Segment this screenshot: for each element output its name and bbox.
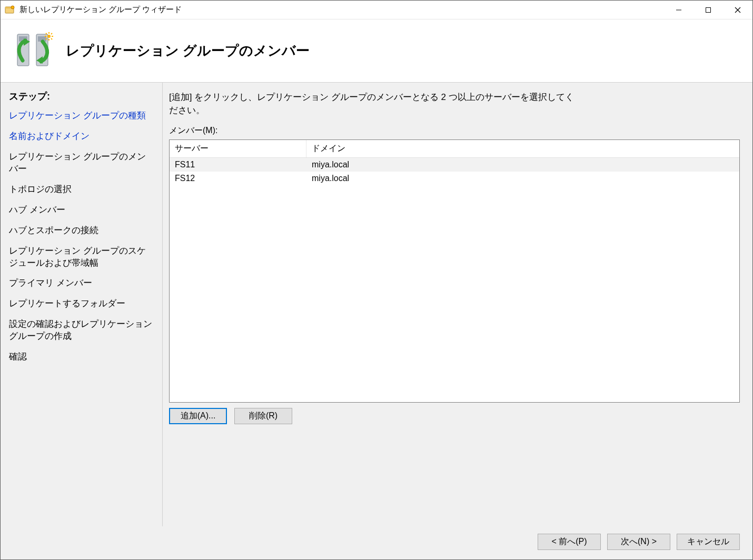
column-server[interactable]: サーバー [170, 140, 306, 157]
remove-button[interactable]: 削除(R) [234, 408, 292, 424]
titlebar: 新しいレプリケーション グループ ウィザード [1, 1, 752, 19]
wizard-window: 新しいレプリケーション グループ ウィザード [0, 0, 753, 560]
step-item: 確認 [9, 351, 154, 363]
step-item: プライマリ メンバー [9, 277, 154, 289]
maximize-button[interactable] [693, 1, 723, 19]
instruction-text: [追加] をクリックし、レプリケーション グループのメンバーとなる 2 つ以上の… [169, 91, 580, 117]
window-controls [664, 1, 752, 19]
next-button[interactable]: 次へ(N) > [607, 534, 670, 550]
step-item: ハブとスポークの接続 [9, 225, 154, 237]
members-listview[interactable]: サーバー ドメイン FS11miya.localFS12miya.local [169, 139, 740, 403]
list-buttons: 追加(A)... 削除(R) [169, 408, 740, 424]
svg-line-21 [46, 38, 47, 39]
wizard-banner: レプリケーション グループのメンバー [1, 19, 752, 83]
main-panel: [追加] をクリックし、レプリケーション グループのメンバーとなる 2 つ以上の… [163, 83, 752, 526]
steps-heading: ステップ: [9, 90, 154, 103]
cell-domain: miya.local [306, 172, 739, 185]
step-item: レプリケーション グループのスケジュールおよび帯域幅 [9, 245, 154, 269]
step-item: 設定の確認およびレプリケーション グループの作成 [9, 318, 154, 343]
step-item: トポロジの選択 [9, 184, 154, 196]
add-button[interactable]: 追加(A)... [169, 408, 227, 424]
listview-header: サーバー ドメイン [170, 140, 739, 158]
step-item: ハブ メンバー [9, 204, 154, 216]
cell-server: FS11 [170, 158, 306, 172]
window-title: 新しいレプリケーション グループ ウィザード [19, 5, 664, 15]
table-row[interactable]: FS11miya.local [170, 158, 739, 172]
step-item: レプリケーション グループのメンバー [9, 151, 154, 175]
back-button[interactable]: < 前へ(P) [538, 534, 601, 550]
members-label: メンバー(M): [169, 125, 740, 136]
minimize-button[interactable] [664, 1, 693, 19]
svg-point-13 [47, 35, 51, 38]
page-title: レプリケーション グループのメンバー [66, 42, 310, 60]
column-domain[interactable]: ドメイン [306, 140, 739, 157]
table-row[interactable]: FS12miya.local [170, 172, 739, 185]
app-icon [5, 5, 15, 15]
step-item[interactable]: 名前およびドメイン [9, 131, 154, 143]
close-button[interactable] [723, 1, 752, 19]
svg-rect-4 [706, 7, 711, 12]
svg-line-19 [51, 38, 52, 39]
wizard-footer: < 前へ(P) 次へ(N) > キャンセル [1, 526, 752, 559]
step-item: レプリケートするフォルダー [9, 298, 154, 310]
step-item[interactable]: レプリケーション グループの種類 [9, 110, 154, 122]
cancel-button[interactable]: キャンセル [677, 534, 740, 550]
replication-group-icon [12, 29, 56, 73]
cell-server: FS12 [170, 172, 306, 185]
svg-line-20 [51, 33, 52, 34]
svg-point-2 [11, 6, 14, 9]
cell-domain: miya.local [306, 158, 739, 172]
steps-sidebar: ステップ: レプリケーション グループの種類名前およびドメインレプリケーション … [1, 83, 163, 526]
wizard-body: ステップ: レプリケーション グループの種類名前およびドメインレプリケーション … [1, 83, 752, 526]
svg-line-18 [46, 33, 47, 34]
